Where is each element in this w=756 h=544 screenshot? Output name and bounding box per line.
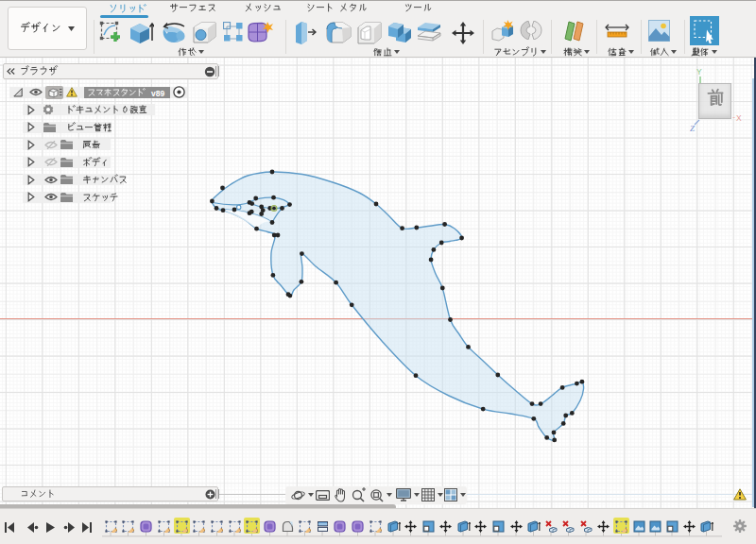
svg-text:X: X — [736, 113, 742, 123]
svg-text:Z: Z — [690, 124, 696, 133]
svg-text:Y: Y — [696, 67, 702, 76]
